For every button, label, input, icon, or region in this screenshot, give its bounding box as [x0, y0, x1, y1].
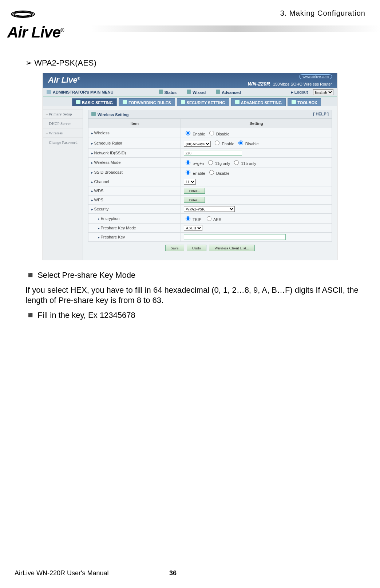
help-link[interactable]: [ HELP ]	[313, 112, 329, 117]
toolbox-icon	[292, 100, 296, 104]
row-wps: WPS	[88, 196, 181, 205]
row-security: Security	[88, 205, 181, 214]
tab-advanced-setting[interactable]: ADVANCED SETTING	[231, 98, 286, 106]
router-ui-screenshot: Air Live® www.airlive.com WN-220R 150Mbp…	[43, 73, 337, 260]
preshare-key-input[interactable]	[184, 234, 286, 240]
security-icon	[181, 100, 185, 104]
tab-toolbox[interactable]: TOOLBOX	[288, 98, 321, 106]
svg-point-2	[14, 12, 32, 16]
row-schedule: Schedule Rule#	[88, 138, 181, 149]
router-menubar: ADMINISTRATOR's MAIN MENU Status Wizard …	[43, 88, 337, 97]
channel-select[interactable]: 11	[184, 179, 196, 185]
router-tabbar: BASIC SETTING FORWARDING RULES SECURITY …	[43, 97, 337, 106]
tab-basic-setting[interactable]: BASIC SETTING	[72, 98, 117, 106]
logo-text-main: Air Live	[7, 24, 60, 41]
section-title: ➢ WPA2-PSK(AES)	[25, 58, 365, 68]
row-wireless: Wireless	[88, 128, 181, 138]
menu-wizard[interactable]: Wizard	[187, 90, 206, 95]
sidebar-item-wireless[interactable]: Wireless	[43, 128, 83, 138]
row-wds: WDS	[88, 186, 181, 196]
bullet-select-mode: ◾ Select Pre-share Key Mode	[25, 271, 365, 280]
wizard-icon	[187, 90, 191, 94]
wps-enter-button[interactable]: Enter...	[184, 197, 205, 203]
sidebar-item-change-password[interactable]: Change Password	[43, 138, 83, 147]
menu-logout[interactable]: ▸ Logout	[291, 90, 308, 95]
logo-text: Air Live®	[7, 24, 64, 41]
logo-reg: ®	[60, 27, 64, 33]
enc-tkip[interactable]: TKIP	[184, 217, 201, 222]
wireless-client-list-button[interactable]: Wireless Client List...	[209, 245, 255, 251]
header-band	[91, 25, 380, 32]
paper-icon	[47, 90, 51, 94]
footer-page-number: 36	[109, 569, 237, 577]
preshare-mode-select[interactable]: ASCII	[184, 225, 202, 231]
sidebar-item-primary-setup[interactable]: Primary Setup	[43, 109, 83, 119]
wds-enter-button[interactable]: Enter...	[184, 188, 205, 194]
router-logo: Air Live®	[48, 75, 80, 85]
tab-forwarding-rules[interactable]: FORWARDING RULES	[119, 98, 175, 106]
enc-aes[interactable]: AES	[205, 217, 221, 222]
main-panel: Wireless Setting [ HELP ] Item Setting W…	[83, 106, 337, 260]
row-ssid: Network ID(SSID)	[88, 149, 181, 158]
undo-button[interactable]: Undo	[187, 245, 206, 251]
mode-11g[interactable]: 11g only	[206, 161, 230, 166]
row-broadcast: SSID Broadcast	[88, 167, 181, 177]
row-encryption: Encryption	[88, 214, 181, 224]
bcast-enable[interactable]: Enable	[184, 171, 205, 175]
panel-header: Wireless Setting [ HELP ]	[88, 110, 332, 119]
wireless-disable[interactable]: Disable	[207, 132, 230, 136]
menubar-title: ADMINISTRATOR's MAIN MENU	[53, 90, 114, 94]
save-button[interactable]: Save	[165, 245, 184, 251]
settings-table: Item Setting Wireless Enable Disable Sch…	[88, 119, 332, 242]
tab-security-setting[interactable]: SECURITY SETTING	[177, 98, 229, 106]
router-url: www.airlive.com	[299, 74, 332, 79]
status-icon	[159, 90, 163, 94]
airlive-logo: Air Live®	[7, 7, 64, 41]
th-item: Item	[88, 119, 181, 128]
body-hex-explain: If you select HEX, you have to fill in 6…	[25, 285, 365, 305]
sidebar: Primary Setup DHCP Server Wireless Chang…	[43, 106, 83, 260]
basic-icon	[76, 100, 80, 104]
language-select[interactable]: English	[313, 89, 333, 95]
row-preshare-mode: Preshare Key Mode	[88, 224, 181, 233]
panel-icon	[91, 112, 96, 116]
menu-status[interactable]: Status	[159, 90, 177, 95]
bcast-disable[interactable]: Disable	[207, 171, 230, 175]
security-select[interactable]: WPA2-PSK	[184, 206, 235, 212]
router-banner: Air Live® www.airlive.com WN-220R 150Mbp…	[43, 73, 337, 88]
mode-11b[interactable]: 11b only	[232, 161, 256, 166]
row-preshare-key: Preshare Key	[88, 233, 181, 242]
bullet-fill-key: ◾ Fill in the key, Ex 12345678	[25, 311, 365, 320]
th-setting: Setting	[181, 119, 332, 128]
menu-advanced[interactable]: Advanced	[216, 90, 241, 95]
page-footer: AirLive WN-220R User's Manual 36	[15, 569, 365, 577]
schedule-enable[interactable]: Enable	[213, 142, 234, 146]
ssid-input[interactable]	[184, 150, 242, 156]
panel-title: Wireless Setting	[98, 113, 128, 117]
row-channel: Channel	[88, 177, 181, 186]
schedule-select[interactable]: (00)Always	[184, 141, 211, 147]
router-model: WN-220R 150Mbps SOHO Wireless Router	[248, 81, 332, 87]
section-title-text: WPA2-PSK(AES)	[34, 58, 96, 67]
wireless-enable[interactable]: Enable	[184, 132, 205, 136]
footer-manual-title: AirLive WN-220R User's Manual	[15, 569, 109, 577]
sidebar-item-dhcp-server[interactable]: DHCP Server	[43, 119, 83, 128]
page-header-right: 3. Making Configuration	[280, 9, 365, 17]
schedule-disable[interactable]: Disable	[237, 142, 259, 146]
mode-bgn[interactable]: b+g+n	[184, 161, 204, 166]
logo-swoosh-icon	[7, 7, 64, 24]
advanced-icon	[216, 90, 220, 94]
forward-icon	[123, 100, 127, 104]
action-buttons: Save Undo Wireless Client List...	[88, 242, 332, 254]
adv-icon	[235, 100, 240, 104]
row-mode: Wireless Mode	[88, 158, 181, 167]
